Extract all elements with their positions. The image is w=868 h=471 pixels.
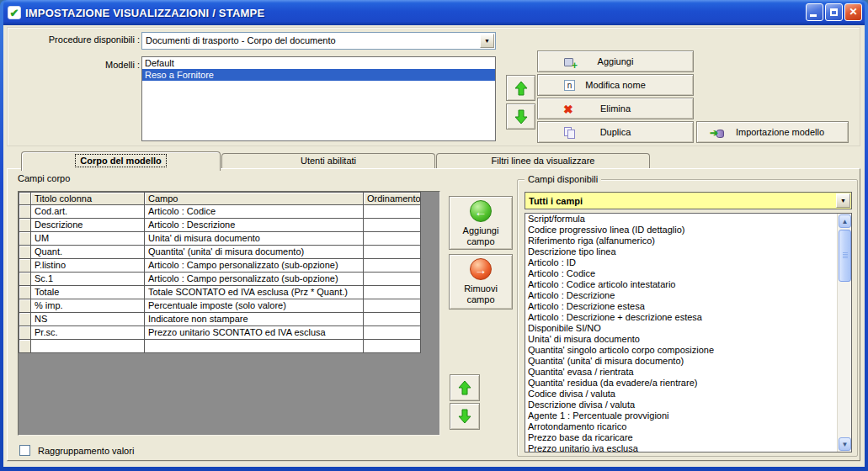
list-item[interactable]: Riferimento riga (alfanumerico)	[525, 236, 837, 246]
titolo-colonna-cell[interactable]: NS	[31, 313, 145, 326]
modelli-listbox[interactable]: DefaultReso a Fornitore	[141, 56, 496, 141]
model-move-up-button[interactable]	[506, 75, 535, 101]
campo-cell[interactable]: Articolo : Descrizione	[145, 219, 364, 232]
ordinamento-cell[interactable]	[364, 246, 421, 259]
maximize-button[interactable]	[825, 3, 843, 21]
tab-utenti-abilitati[interactable]: Utenti abilitati	[221, 153, 435, 168]
table-row[interactable]: Totale Totale SCONTATO ed IVA esclusa (P…	[19, 286, 421, 299]
table-row-empty[interactable]	[19, 340, 421, 353]
row-selector-cell[interactable]	[19, 219, 31, 232]
row-selector-cell[interactable]	[19, 299, 31, 313]
tab-corpo-del-modello[interactable]: Corpo del modello	[21, 151, 221, 171]
table-row[interactable]: Cod.art. Articolo : Codice	[19, 205, 421, 219]
list-item[interactable]: Prezzo unitario iva esclusa	[525, 443, 837, 452]
modifica-nome-button[interactable]: n Modifica nome	[537, 74, 694, 96]
list-item[interactable]: Codice divisa / valuta	[525, 389, 837, 400]
elimina-button[interactable]: ✖ Elimina	[537, 98, 694, 119]
row-selector-cell[interactable]	[19, 286, 31, 299]
ordinamento-cell[interactable]	[364, 326, 421, 340]
table-row[interactable]: Pr.sc. Prezzo unitario SCONTATO ed IVA e…	[19, 326, 421, 340]
campo-cell[interactable]: Unita' di misura documento	[145, 232, 364, 246]
title-bar[interactable]: ✔ IMPOSTAZIONE VISUALIZZAZIONI / STAMPE …	[3, 0, 865, 25]
table-row[interactable]: Quant. Quantita' (unita' di misura docum…	[19, 246, 421, 259]
list-item[interactable]: Articolo : Codice articolo intestatario	[525, 279, 837, 290]
table-row[interactable]: NS Indicatore non stampare	[19, 313, 421, 326]
ordinamento-cell[interactable]	[364, 259, 421, 273]
titolo-colonna-cell[interactable]: Totale	[31, 286, 145, 299]
campo-cell[interactable]: Articolo : Campo personalizzato (sub-opz…	[145, 259, 364, 273]
campo-cell[interactable]	[145, 340, 364, 353]
row-selector-cell[interactable]	[19, 326, 31, 340]
ordinamento-cell[interactable]	[364, 232, 421, 246]
ordinamento-cell[interactable]	[364, 219, 421, 232]
grid-header-ordinamento[interactable]: Ordinamento	[364, 193, 421, 205]
row-selector-cell[interactable]	[19, 232, 31, 246]
rimuovi-campo-button[interactable]: → Rimuovi campo	[449, 254, 513, 310]
list-item[interactable]: Articolo : ID	[525, 257, 837, 268]
list-item[interactable]: Quantita' (unita' di misura documento)	[525, 356, 837, 367]
grid-header-titolo[interactable]: Titolo colonna	[31, 193, 145, 205]
table-row[interactable]: % imp. Percentuale imposte (solo valore)	[19, 299, 421, 313]
list-item[interactable]: Articolo : Codice	[525, 268, 837, 279]
chevron-down-icon[interactable]: ▼	[836, 193, 850, 208]
scroll-up-icon[interactable]: ▲	[839, 214, 851, 228]
row-selector-cell[interactable]	[19, 313, 31, 326]
titolo-colonna-cell[interactable]: Cod.art.	[31, 205, 145, 219]
list-item[interactable]: Descrizione tipo linea	[525, 246, 837, 257]
list-item[interactable]: Articolo : Descrizione + descrizione est…	[525, 312, 837, 323]
titolo-colonna-cell[interactable]	[31, 340, 145, 353]
campo-cell[interactable]: Articolo : Codice	[145, 205, 364, 219]
grid-header-campo[interactable]: Campo	[145, 193, 364, 205]
campo-cell[interactable]: Percentuale imposte (solo valore)	[145, 299, 364, 313]
field-move-down-button[interactable]	[450, 403, 480, 430]
close-button[interactable]: ✕	[844, 3, 862, 21]
ordinamento-cell[interactable]	[364, 313, 421, 326]
titolo-colonna-cell[interactable]: P.listino	[31, 259, 145, 273]
ordinamento-cell[interactable]	[364, 340, 421, 353]
list-item[interactable]: Agente 1 : Percentuale provvigioni	[525, 410, 837, 421]
campo-cell[interactable]: Quantita' (unita' di misura documento)	[145, 246, 364, 259]
list-item[interactable]: Prezzo base da ricaricare	[525, 432, 837, 443]
titolo-colonna-cell[interactable]: Quant.	[31, 246, 145, 259]
row-selector-cell[interactable]	[19, 246, 31, 259]
list-item[interactable]: Script/formula	[525, 214, 837, 225]
aggiungi-button[interactable]: + Aggiungi	[537, 50, 694, 72]
campi-filter-combobox[interactable]: Tutti i campi ▼	[525, 192, 852, 209]
list-item[interactable]: Disponibile SI/NO	[525, 323, 837, 334]
table-row[interactable]: Sc.1 Articolo : Campo personalizzato (su…	[19, 273, 421, 286]
tab-filtri-linee[interactable]: Filtri linee da visualizzare	[436, 153, 650, 168]
row-selector-cell[interactable]	[19, 273, 31, 286]
scrollbar-thumb[interactable]	[839, 230, 851, 282]
titolo-colonna-cell[interactable]: UM	[31, 232, 145, 246]
list-item[interactable]: Quantita' evasa / rientrata	[525, 367, 837, 378]
scroll-down-icon[interactable]: ▼	[839, 437, 851, 451]
duplica-button[interactable]: Duplica	[537, 121, 694, 143]
ordinamento-cell[interactable]	[364, 205, 421, 219]
list-item[interactable]: Unita' di misura documento	[525, 334, 837, 345]
list-item[interactable]: Articolo : Descrizione estesa	[525, 301, 837, 312]
procedure-combobox[interactable]: Documenti di trasporto - Corpo del docum…	[141, 32, 496, 50]
campo-cell[interactable]: Indicatore non stampare	[145, 313, 364, 326]
campo-cell[interactable]: Prezzo unitario SCONTATO ed IVA esclusa	[145, 326, 364, 340]
raggruppamento-checkbox[interactable]	[19, 445, 30, 456]
campo-cell[interactable]: Articolo : Campo personalizzato (sub-opz…	[145, 273, 364, 286]
importazione-modello-button[interactable]: ➔ Importazione modello	[696, 121, 849, 143]
ordinamento-cell[interactable]	[364, 286, 421, 299]
modelli-list-item[interactable]: Reso a Fornitore	[142, 69, 495, 81]
list-item[interactable]: Codice progressivo linea (ID dettaglio)	[525, 225, 837, 236]
titolo-colonna-cell[interactable]: Descrizione	[31, 219, 145, 232]
campi-corpo-grid[interactable]: Titolo colonna Campo Ordinamento Cod.art…	[18, 191, 440, 436]
table-row[interactable]: UM Unita' di misura documento	[19, 232, 421, 246]
aggiungi-campo-button[interactable]: ← Aggiungi campo	[449, 196, 513, 250]
field-move-up-button[interactable]	[450, 374, 480, 401]
list-item[interactable]: Quantita' singolo articolo corpo composi…	[525, 345, 837, 356]
modelli-list-item[interactable]: Default	[142, 57, 495, 69]
row-selector-cell[interactable]	[19, 205, 31, 219]
row-selector-cell[interactable]	[19, 340, 31, 353]
ordinamento-cell[interactable]	[364, 299, 421, 313]
list-item[interactable]: Quantita' residua (da evadere/a rientrar…	[525, 378, 837, 389]
row-selector-cell[interactable]	[19, 259, 31, 273]
list-item[interactable]: Descrizione divisa / valuta	[525, 400, 837, 410]
table-row[interactable]: P.listino Articolo : Campo personalizzat…	[19, 259, 421, 273]
table-row[interactable]: Descrizione Articolo : Descrizione	[19, 219, 421, 232]
